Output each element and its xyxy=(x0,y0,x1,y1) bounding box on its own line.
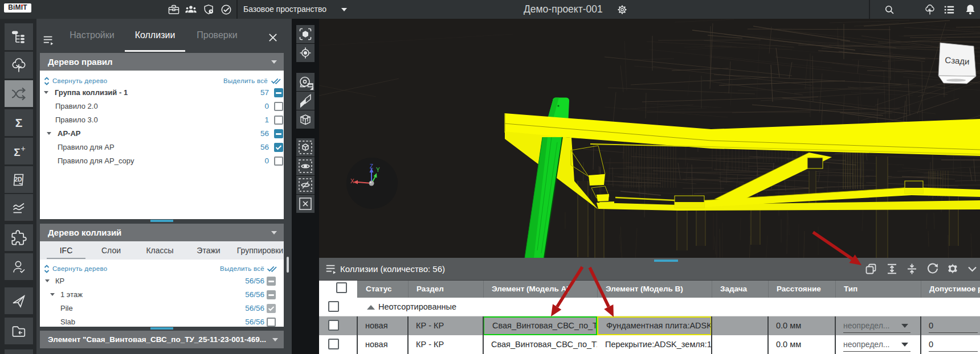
svg-text:Σ: Σ xyxy=(14,146,20,158)
svg-text:Сзади: Сзади xyxy=(945,55,970,67)
svg-text:+: + xyxy=(21,144,25,153)
svg-text:Y: Y xyxy=(376,167,380,173)
svg-text:Σ: Σ xyxy=(15,116,23,129)
svg-text:Z: Z xyxy=(370,163,373,170)
svg-text:2D: 2D xyxy=(14,176,22,183)
svg-text:X: X xyxy=(350,178,354,184)
